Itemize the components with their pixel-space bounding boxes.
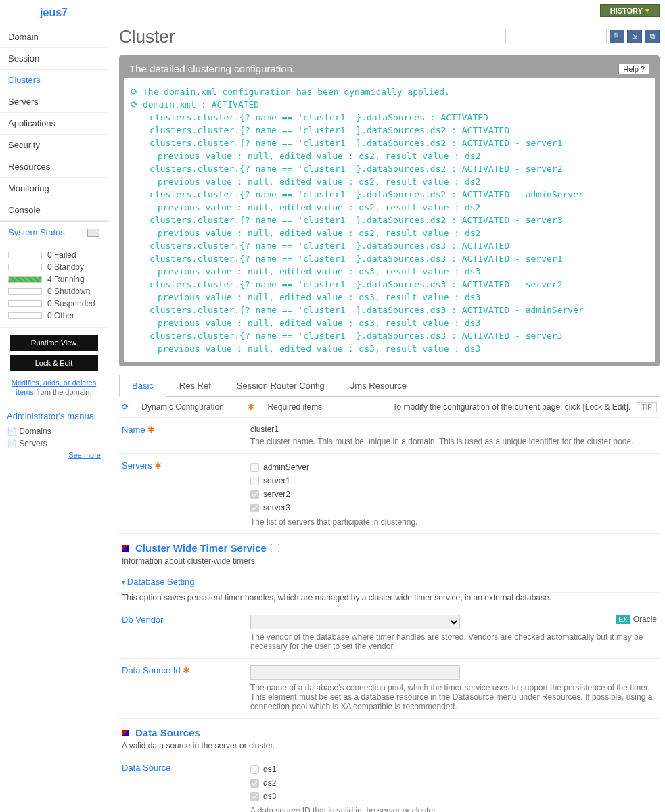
refresh-icon: ⟳ (131, 87, 143, 97)
refresh-icon: ⟳ (131, 99, 143, 110)
status-row: 0 Suspended (8, 297, 99, 310)
server-checkbox-label: server2 (263, 489, 290, 499)
config-line: previous value : null, edited value : ds… (131, 175, 648, 188)
ds-checkbox-label: ds1 (263, 765, 276, 774)
config-panel: The detailed clustering configuration. H… (119, 55, 660, 366)
config-line: ⟳The domain.xml configuration has been d… (131, 85, 648, 98)
ex-badge: EX (616, 615, 630, 624)
refresh-icon: ⟳ (122, 402, 129, 412)
nav-item-applications[interactable]: Applications (0, 113, 108, 135)
database-setting-desc: This option saves persistent timer handl… (119, 593, 660, 608)
nav-item-security[interactable]: Security (0, 135, 108, 156)
config-line: clusters.cluster.{? name == 'cluster1' }… (131, 137, 648, 149)
required-icon: ✱ (183, 665, 190, 675)
data-source-row-desc: A data source ID that is valid in the se… (250, 806, 657, 812)
ds-checkbox-label: ds2 (263, 778, 276, 788)
timer-enable-checkbox[interactable] (271, 544, 279, 552)
nav-item-monitoring[interactable]: Monitoring (0, 178, 108, 199)
search-input[interactable] (505, 30, 607, 43)
logo: jeus7 (0, 0, 108, 26)
status-bar-icon (8, 300, 42, 307)
nav-item-resources[interactable]: Resources (0, 156, 108, 178)
ds-id-input[interactable] (250, 665, 460, 680)
name-value: cluster1 (250, 425, 657, 434)
config-line: clusters.cluster.{? name == 'cluster1' }… (131, 329, 648, 342)
db-vendor-label: Db Vendor (122, 615, 163, 625)
server-checkbox[interactable] (250, 504, 259, 512)
config-line: ⟳domain.xml : ACTIVATED (131, 98, 648, 111)
status-bar-icon (8, 312, 42, 319)
status-row: 0 Other (8, 310, 99, 322)
ds-checkbox[interactable] (250, 792, 259, 801)
config-line: previous value : null, edited value : ds… (131, 342, 648, 355)
config-line: clusters.cluster.{? name == 'cluster1' }… (131, 188, 648, 201)
servers-label: Servers (122, 460, 152, 471)
lock-edit-button[interactable]: Lock & Edit (10, 355, 98, 371)
required-icon: ✱ (154, 460, 162, 471)
help-icon: ? (641, 65, 645, 73)
tab-session-router-config[interactable]: Session Router Config (224, 375, 338, 396)
config-line: clusters.cluster.{? name == 'cluster1' }… (131, 111, 648, 124)
legend-required: Required items (267, 402, 322, 412)
data-source-label: Data Source (122, 763, 170, 773)
required-icon: ✱ (147, 425, 155, 435)
server-option: server1 (250, 474, 657, 487)
see-more-link[interactable]: See more (68, 451, 101, 459)
config-line: previous value : null, edited value : ds… (131, 201, 648, 214)
db-vendor-select[interactable] (250, 615, 460, 629)
status-row: 0 Failed (8, 249, 99, 261)
export-icon[interactable]: ⇲ (627, 30, 642, 43)
config-line: previous value : null, edited value : ds… (131, 316, 648, 329)
config-line: clusters.cluster.{? name == 'cluster1' }… (131, 278, 648, 291)
xml-icon[interactable]: ⧉ (645, 30, 660, 43)
nav-item-clusters[interactable]: Clusters (0, 70, 108, 91)
status-bar-icon (8, 276, 42, 283)
search-icon[interactable]: 🔍 (610, 30, 624, 43)
db-vendor-example: Oracle (633, 615, 657, 624)
status-label: 4 Running (47, 274, 85, 284)
tip-badge: TIP (637, 402, 657, 412)
help-button[interactable]: Help ? (618, 64, 649, 74)
nav-item-console[interactable]: Console (0, 199, 108, 221)
config-line: clusters.cluster.{? name == 'cluster1' }… (131, 252, 648, 265)
manual-item[interactable]: 📄 Servers (7, 437, 101, 450)
status-bar-icon (8, 252, 42, 258)
name-label: Name (122, 425, 145, 435)
tab-jms-resource[interactable]: Jms Resource (338, 375, 419, 396)
runtime-view-button[interactable]: Runtime View (10, 335, 98, 351)
ds-option: ds1 (250, 763, 657, 776)
server-checkbox[interactable] (250, 477, 259, 485)
database-setting-toggle[interactable]: Database Setting (119, 571, 660, 593)
modifies-suffix: from the domain. (34, 388, 92, 396)
ds-checkbox-label: ds3 (263, 792, 276, 801)
data-sources-desc: A valid data source in the server or clu… (119, 741, 660, 756)
timer-section-title: Cluster Wide Timer Service (135, 542, 267, 554)
config-panel-title: The detailed clustering configuration. (129, 63, 295, 74)
config-line: clusters.cluster.{? name == 'cluster1' }… (131, 162, 648, 175)
manual-item[interactable]: 📄 Domains (7, 425, 101, 437)
nav-item-session[interactable]: Session (0, 48, 108, 70)
status-row: 0 Shutdown (8, 285, 99, 297)
nav-item-domain[interactable]: Domain (0, 26, 108, 48)
nav-item-servers[interactable]: Servers (0, 91, 108, 113)
history-button[interactable]: HISTORY ▾ (600, 4, 660, 17)
status-label: 0 Suspended (47, 299, 95, 308)
config-line: previous value : null, edited value : ds… (131, 149, 648, 162)
tab-basic[interactable]: Basic (119, 375, 166, 397)
main-content: HISTORY ▾ Cluster 🔍 ⇲ ⧉ The detailed clu… (108, 0, 665, 812)
data-sources-title: Data Sources (135, 727, 200, 738)
config-line: previous value : null, edited value : ds… (131, 265, 648, 278)
status-row: 4 Running (8, 273, 99, 285)
server-checkbox[interactable] (250, 463, 259, 472)
page-title: Cluster (119, 21, 175, 55)
ds-checkbox[interactable] (250, 779, 259, 788)
tab-res-ref[interactable]: Res Ref (166, 375, 224, 396)
ds-checkbox[interactable] (250, 765, 259, 774)
status-label: 0 Shutdown (47, 287, 90, 296)
monitor-icon (87, 229, 99, 237)
config-line: clusters.cluster.{? name == 'cluster1' }… (131, 214, 648, 226)
manual-title: Administrator's manual (7, 411, 101, 421)
ds-option: ds3 (250, 790, 657, 803)
server-checkbox[interactable] (250, 490, 259, 499)
db-vendor-desc: The vendor of the database where timer h… (250, 632, 657, 651)
